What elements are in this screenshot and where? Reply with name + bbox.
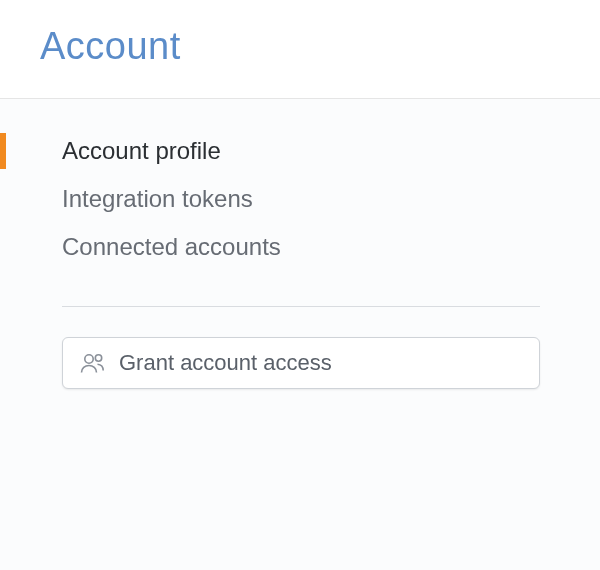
nav-item-label: Connected accounts — [62, 233, 281, 260]
section-divider — [62, 306, 540, 307]
nav-item-connected-accounts[interactable]: Connected accounts — [0, 223, 600, 271]
account-nav: Account profile Integration tokens Conne… — [0, 127, 600, 271]
nav-item-label: Account profile — [62, 137, 221, 164]
page-header: Account — [0, 0, 600, 99]
svg-point-1 — [95, 355, 101, 361]
users-group-icon — [79, 351, 107, 375]
page-title: Account — [40, 25, 600, 68]
svg-point-0 — [85, 355, 93, 363]
grant-account-access-button[interactable]: Grant account access — [62, 337, 540, 389]
nav-item-integration-tokens[interactable]: Integration tokens — [0, 175, 600, 223]
content-area: Account profile Integration tokens Conne… — [0, 99, 600, 570]
action-button-label: Grant account access — [119, 350, 332, 376]
nav-item-label: Integration tokens — [62, 185, 253, 212]
nav-item-account-profile[interactable]: Account profile — [0, 127, 600, 175]
